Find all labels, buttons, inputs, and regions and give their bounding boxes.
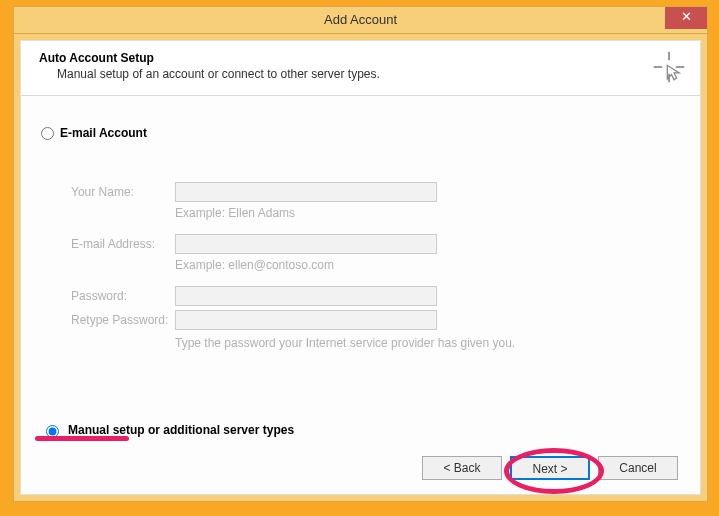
retype-password-label: Retype Password: — [71, 313, 175, 327]
dialog-panel: Auto Account Setup Manual setup of an ac… — [20, 40, 701, 495]
window-title: Add Account — [14, 7, 707, 33]
annotation-underline — [35, 436, 129, 441]
email-label: E-mail Address: — [71, 237, 175, 251]
header-section: Auto Account Setup Manual setup of an ac… — [21, 41, 700, 96]
email-account-label: E-mail Account — [60, 126, 147, 140]
password-label: Password: — [71, 289, 175, 303]
title-bar[interactable]: Add Account ✕ — [13, 6, 708, 34]
email-account-option[interactable]: E-mail Account — [41, 126, 680, 140]
your-name-example: Example: Ellen Adams — [175, 206, 680, 220]
content-area: E-mail Account Your Name: Example: Ellen… — [21, 96, 700, 350]
your-name-field — [175, 182, 437, 202]
email-field — [175, 234, 437, 254]
cancel-button[interactable]: Cancel — [598, 456, 678, 480]
your-name-label: Your Name: — [71, 185, 175, 199]
back-button[interactable]: < Back — [422, 456, 502, 480]
password-field — [175, 286, 437, 306]
header-title: Auto Account Setup — [39, 51, 682, 65]
manual-setup-label: Manual setup or additional server types — [68, 423, 294, 437]
password-hint: Type the password your Internet service … — [175, 336, 680, 350]
email-account-radio[interactable] — [41, 127, 54, 140]
email-example: Example: ellen@contoso.com — [175, 258, 680, 272]
button-bar: < Back Next > Cancel — [422, 456, 678, 480]
retype-password-field — [175, 310, 437, 330]
form-block: Your Name: Example: Ellen Adams E-mail A… — [71, 182, 680, 350]
header-subtitle: Manual setup of an account or connect to… — [57, 67, 682, 81]
dialog-outer: Auto Account Setup Manual setup of an ac… — [13, 34, 708, 502]
close-button[interactable]: ✕ — [665, 7, 707, 29]
cursor-icon — [652, 49, 686, 85]
next-button[interactable]: Next > — [510, 456, 590, 480]
